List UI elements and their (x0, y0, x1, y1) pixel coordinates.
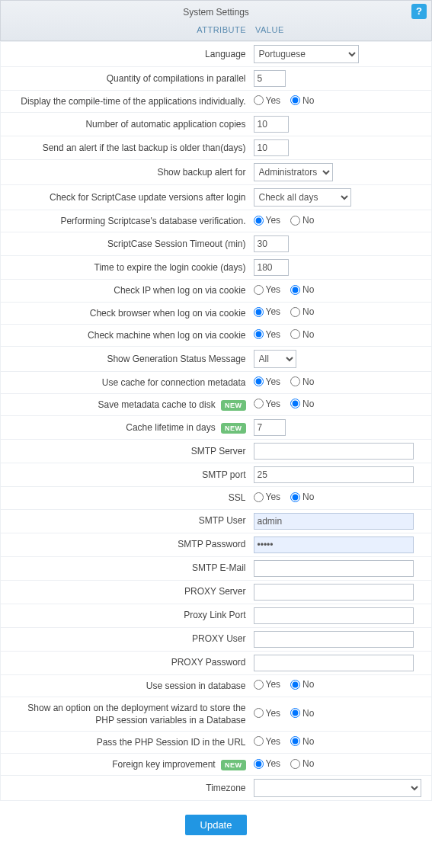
cache_conn-no-radio[interactable] (290, 376, 300, 386)
save_cache_disk-yes-radio[interactable] (254, 399, 264, 408)
ssl-yes-label[interactable]: Yes (254, 492, 281, 502)
db_verification-no-radio[interactable] (290, 216, 300, 226)
value-check_update: Check all days (251, 185, 432, 210)
label-session_timeout: ScriptCase Session Timeout (min) (1, 232, 251, 256)
check_machine-yes-label[interactable]: Yes (254, 329, 281, 340)
save_cache_disk-no-label[interactable]: No (290, 399, 314, 409)
compilations-input[interactable] (254, 70, 286, 87)
session_timeout-input[interactable] (254, 235, 289, 252)
ssl-yes-radio[interactable] (254, 492, 264, 502)
smtp_email-input[interactable] (254, 560, 414, 577)
setting-row: Number of automatic application copies (1, 113, 432, 136)
proxy_password-input[interactable] (254, 655, 414, 671)
timezone-select[interactable] (254, 779, 421, 797)
help-icon[interactable]: ? (411, 4, 427, 19)
label-deploy_option: Show an option on the deployment wizard … (1, 697, 251, 731)
save_cache_disk-yes-label[interactable]: Yes (254, 399, 281, 409)
pass_session_id-yes-label[interactable]: Yes (254, 736, 281, 747)
label-check_ip: Check IP when log on via cookie (1, 280, 251, 302)
header-attribute: ATTRIBUTE (1, 25, 251, 34)
language-select[interactable]: Portuguese (254, 45, 359, 63)
ssl-no-label[interactable]: No (290, 492, 314, 502)
label-proxy_password: PROXY Password (1, 651, 251, 674)
settings-header: System Settings ? ATTRIBUTE VALUE (0, 0, 432, 41)
auto_copies-input[interactable] (254, 116, 289, 133)
pass_session_id-yes-radio[interactable] (254, 736, 264, 746)
smtp_password-input[interactable] (254, 536, 414, 553)
check_update-select[interactable]: Check all days (254, 188, 351, 207)
compile_time-yes-label[interactable]: Yes (254, 95, 281, 106)
check_browser-yes-radio[interactable] (254, 307, 264, 317)
value-compilations (251, 67, 432, 91)
check_machine-yes-radio[interactable] (254, 329, 264, 339)
session_db-no-radio[interactable] (290, 680, 300, 690)
ssl-no-radio[interactable] (290, 492, 300, 502)
check_browser-no-label[interactable]: No (290, 306, 314, 317)
value-cache_conn: Yes No (251, 371, 432, 393)
cache_lifetime-input[interactable] (254, 419, 286, 436)
deploy_option-yes-label[interactable]: Yes (254, 708, 281, 719)
setting-row: Foreign key improvement NEW Yes No (1, 754, 432, 776)
cache_conn-yes-radio[interactable] (254, 376, 264, 386)
smtp_user-input[interactable] (254, 513, 414, 530)
compile_time-no-label[interactable]: No (290, 95, 314, 106)
label-smtp_server: SMTP Server (1, 440, 251, 463)
cache_conn-yes-label[interactable]: Yes (254, 376, 281, 387)
check_browser-radio-group: Yes No (254, 306, 322, 317)
fk_improvement-no-radio[interactable] (290, 759, 300, 769)
deploy_option-no-radio[interactable] (290, 708, 300, 718)
value-session_timeout (251, 232, 432, 256)
db_verification-yes-radio[interactable] (254, 216, 264, 226)
fk_improvement-yes-radio[interactable] (254, 759, 264, 769)
label-check_machine: Check machine when log on via cookie (1, 324, 251, 346)
check_ip-no-label[interactable]: No (290, 284, 314, 295)
value-check_browser: Yes No (251, 302, 432, 324)
pass_session_id-no-label[interactable]: No (290, 736, 314, 747)
cache_conn-no-label[interactable]: No (290, 376, 314, 387)
show_backup_for-select[interactable]: Administrators (254, 163, 333, 181)
check_machine-radio-group: Yes No (254, 329, 322, 340)
setting-row: Use session in database Yes No (1, 674, 432, 697)
label-fk_improvement: Foreign key improvement NEW (1, 754, 251, 776)
compile_time-yes-radio[interactable] (254, 95, 264, 105)
db_verification-no-label[interactable]: No (290, 215, 314, 226)
new-badge: NEW (221, 760, 246, 770)
session_db-no-label[interactable]: No (290, 679, 314, 690)
smtp_port-input[interactable] (254, 466, 414, 483)
check_ip-no-radio[interactable] (290, 285, 300, 295)
gen_status-select[interactable]: All (254, 350, 296, 368)
deploy_option-no-label[interactable]: No (290, 708, 314, 719)
setting-row: Timezone (1, 776, 432, 801)
label-proxy_server: PROXY Server (1, 580, 251, 604)
deploy_option-yes-radio[interactable] (254, 708, 264, 718)
check_browser-yes-label[interactable]: Yes (254, 306, 281, 317)
compile_time-no-radio[interactable] (290, 95, 300, 105)
proxy_server-input[interactable] (254, 584, 414, 601)
update-button[interactable]: Update (185, 815, 248, 835)
check_machine-no-label[interactable]: No (290, 329, 314, 340)
label-smtp_port: SMTP port (1, 463, 251, 487)
check_ip-yes-label[interactable]: Yes (254, 284, 281, 295)
fk_improvement-yes-label[interactable]: Yes (254, 758, 281, 769)
login_cookie_expire-input[interactable] (254, 259, 289, 276)
setting-row: SMTP Password (1, 533, 432, 556)
session_db-yes-label[interactable]: Yes (254, 679, 281, 690)
db_verification-yes-label[interactable]: Yes (254, 215, 281, 226)
session_db-yes-radio[interactable] (254, 680, 264, 690)
check_machine-no-radio[interactable] (290, 329, 300, 339)
check_ip-yes-radio[interactable] (254, 285, 264, 295)
proxy_link_port-input[interactable] (254, 607, 414, 624)
backup_alert_days-input[interactable] (254, 139, 289, 156)
setting-row: Save metadata cache to disk NEW Yes No (1, 394, 432, 416)
fk_improvement-no-label[interactable]: No (290, 758, 314, 769)
save_cache_disk-no-radio[interactable] (290, 399, 300, 408)
page-title: System Settings (1, 5, 431, 24)
setting-row: Quantity of compilations in parallel (1, 67, 432, 91)
pass_session_id-no-radio[interactable] (290, 736, 300, 746)
label-compilations: Quantity of compilations in parallel (1, 67, 251, 91)
smtp_server-input[interactable] (254, 443, 414, 460)
check_browser-no-radio[interactable] (290, 307, 300, 317)
proxy_user-input[interactable] (254, 631, 414, 648)
label-cache_conn: Use cache for connection metadata (1, 371, 251, 393)
setting-row: PROXY Server (1, 580, 432, 604)
